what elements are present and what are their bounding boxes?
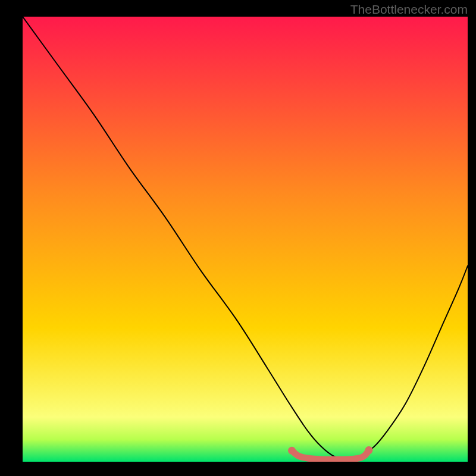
bottom-marker-dot-left <box>288 447 296 455</box>
chart-frame: TheBottlenecker.com <box>0 0 476 476</box>
plot-svg <box>23 17 468 462</box>
bottom-marker-dot-right <box>365 446 372 454</box>
watermark-text: TheBottlenecker.com <box>350 2 468 17</box>
plot-area <box>23 17 468 462</box>
gradient-background <box>23 17 468 462</box>
